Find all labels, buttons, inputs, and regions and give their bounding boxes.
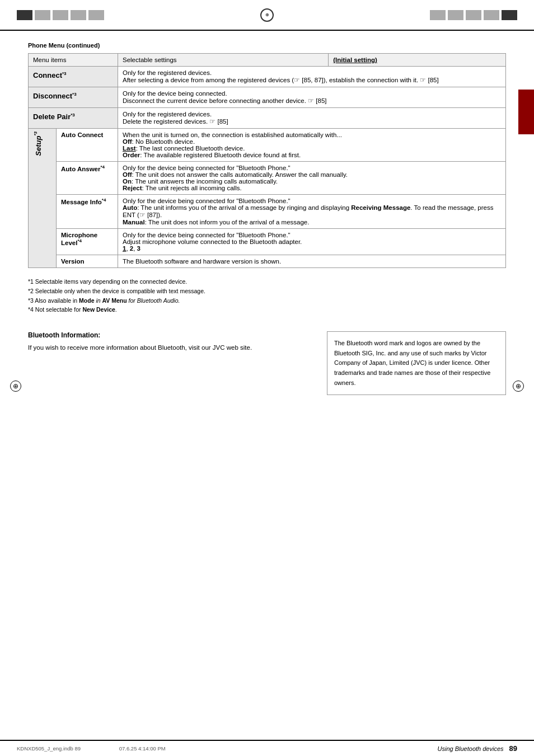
- delete-pair-description: Only for the registered devices. Delete …: [118, 108, 506, 129]
- bluetooth-right-text: The Bluetooth word mark and logos are ow…: [327, 331, 506, 395]
- table-row-version: Version The Bluetooth software and hardw…: [29, 255, 506, 268]
- table-row-disconnect: Disconnect*3 Only for the device being c…: [29, 87, 506, 108]
- registration-mark-left: ⊕: [10, 381, 21, 392]
- file-info: KDNXD505_J_eng.indb 89 07.6.25 4:14:00 P…: [17, 745, 166, 752]
- bar-block-2: [35, 10, 50, 20]
- bar-block-1: [17, 10, 32, 20]
- header-selectable: Selectable settings: [118, 54, 329, 67]
- microphone-level-description: Only for the device being connected for …: [118, 229, 506, 255]
- bluetooth-info-title: Bluetooth Information:: [28, 331, 316, 339]
- footnote-3: *3 Also available in Mode in AV Menu for…: [28, 296, 506, 306]
- bluetooth-section: Bluetooth Information: If you wish to re…: [28, 331, 506, 395]
- connect-label: Connect*3: [33, 71, 67, 79]
- bar-block-r2: [448, 10, 463, 20]
- menu-item-message-info: Message Info*4: [57, 195, 118, 229]
- top-bar-right-blocks: [430, 10, 517, 20]
- bluetooth-left: Bluetooth Information: If you wish to re…: [28, 331, 316, 395]
- section-label: Using Bluetooth devices: [438, 745, 504, 752]
- footnote-1: *1 Selectable items vary depending on th…: [28, 277, 506, 287]
- registration-mark-right: ⊕: [513, 381, 524, 392]
- message-info-description: Only for the device being connected for …: [118, 195, 506, 229]
- table-row-microphone-level: Microphone Level*4 Only for the device b…: [29, 229, 506, 255]
- setup-label-cell: Setup*3: [29, 129, 57, 268]
- right-margin-tab: [518, 90, 534, 134]
- menu-item-auto-answer: Auto Answer*4: [57, 162, 118, 195]
- version-description: The Bluetooth software and hardware vers…: [118, 255, 506, 268]
- auto-connect-description: When the unit is turned on, the connecti…: [118, 129, 506, 162]
- header-menu-items: Menu items: [29, 54, 118, 67]
- table-row-connect: Connect*3 Only for the registered device…: [29, 67, 506, 87]
- registration-mark-top: ⊕: [260, 8, 274, 22]
- table-row-auto-connect: Setup*3 Auto Connect When the unit is tu…: [29, 129, 506, 162]
- bar-block-r1: [430, 10, 446, 20]
- table-row-delete-pair: Delete Pair*3 Only for the registered de…: [29, 108, 506, 129]
- menu-item-connect: Connect*3: [29, 67, 118, 87]
- bar-block-5: [88, 10, 104, 20]
- footnote-4: *4 Not selectable for New Device.: [28, 305, 506, 314]
- timestamp: 07.6.25 4:14:00 PM: [119, 745, 166, 752]
- page-content: Phone Menu (continued) Menu items Select…: [0, 31, 534, 406]
- menu-item-disconnect: Disconnect*3: [29, 87, 118, 108]
- section-title: Phone Menu (continued): [28, 42, 506, 49]
- bar-block-4: [71, 10, 86, 20]
- top-bar: ⊕: [0, 0, 534, 31]
- bluetooth-info-subtitle: If you wish to receive more information …: [28, 342, 316, 353]
- auto-answer-description: Only for the device being connected for …: [118, 162, 506, 195]
- top-bar-center: ⊕: [104, 8, 430, 22]
- top-bar-left-blocks: [17, 10, 104, 20]
- footnote-2: *2 Selectable only when the device is co…: [28, 287, 506, 296]
- bar-block-r5: [502, 10, 517, 20]
- footnotes: *1 Selectable items vary depending on th…: [28, 277, 506, 314]
- bar-block-r4: [484, 10, 499, 20]
- table-row-auto-answer: Auto Answer*4 Only for the device being …: [29, 162, 506, 195]
- bottom-bar: KDNXD505_J_eng.indb 89 07.6.25 4:14:00 P…: [0, 740, 534, 756]
- bar-block-r3: [466, 10, 481, 20]
- table-row-message-info: Message Info*4 Only for the device being…: [29, 195, 506, 229]
- connect-description: Only for the registered devices. After s…: [118, 67, 506, 87]
- phone-menu-table: Menu items Selectable settings (Initial …: [28, 53, 506, 268]
- menu-item-auto-connect: Auto Connect: [57, 129, 118, 162]
- menu-item-delete-pair: Delete Pair*3: [29, 108, 118, 129]
- file-name: KDNXD505_J_eng.indb 89: [17, 745, 81, 752]
- menu-item-version: Version: [57, 255, 118, 268]
- menu-item-microphone-level: Microphone Level*4: [57, 229, 118, 255]
- page-number: 89: [509, 744, 517, 753]
- disconnect-description: Only for the device being connected. Dis…: [118, 87, 506, 108]
- bar-block-3: [53, 10, 68, 20]
- header-initial: (Initial setting): [329, 54, 506, 67]
